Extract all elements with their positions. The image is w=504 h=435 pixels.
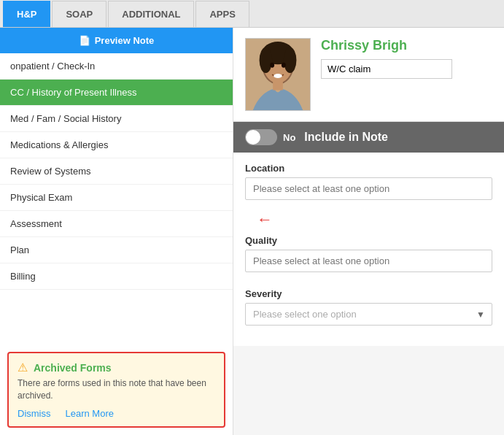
severity-field-group: Severity Please select one option ▼: [245, 288, 492, 326]
arrow-indicator: ←: [245, 210, 492, 235]
tab-additional[interactable]: ADDITIONAL: [108, 1, 194, 27]
tab-soap[interactable]: SOAP: [52, 1, 106, 27]
patient-photo: [245, 38, 311, 111]
sidebar-item-cc-history[interactable]: CC / History of Present Illness: [0, 80, 233, 106]
red-arrow-icon: ←: [257, 210, 273, 229]
claim-input[interactable]: [321, 59, 452, 79]
include-in-note-bar: No Include in Note: [233, 122, 504, 153]
svg-point-8: [274, 74, 282, 78]
tab-hp[interactable]: H&P: [3, 1, 50, 27]
severity-select-wrapper: Please select one option ▼: [245, 303, 492, 326]
document-icon: 📄: [79, 35, 90, 46]
sidebar: 📄 Preview Note onpatient / Check-In CC /…: [0, 28, 233, 435]
sidebar-item-medications[interactable]: Medications & Allergies: [0, 132, 233, 158]
dismiss-link[interactable]: Dismiss: [18, 408, 51, 419]
severity-select[interactable]: Please select one option: [245, 303, 492, 326]
svg-point-4: [260, 47, 273, 73]
location-label: Location: [245, 163, 492, 174]
quality-label: Quality: [245, 235, 492, 246]
include-toggle[interactable]: No: [245, 129, 295, 145]
svg-point-7: [282, 63, 286, 68]
archived-text: There are forms used in this note that h…: [18, 377, 215, 402]
archived-links: Dismiss Learn More: [18, 408, 215, 419]
right-panel: Chrissy Brigh No Include in Note Locatio…: [233, 28, 504, 435]
archived-alert-header: ⚠ Archived Forms: [18, 361, 215, 374]
tab-apps[interactable]: APPS: [195, 1, 249, 27]
sidebar-item-physical[interactable]: Physical Exam: [0, 185, 233, 211]
patient-name: Chrissy Brigh: [321, 38, 492, 53]
learn-more-link[interactable]: Learn More: [66, 408, 114, 419]
sidebar-item-review[interactable]: Review of Systems: [0, 158, 233, 185]
svg-rect-9: [273, 82, 283, 91]
severity-label: Severity: [245, 288, 492, 299]
location-input[interactable]: [245, 177, 492, 200]
include-in-note-label: Include in Note: [304, 131, 388, 144]
form-section: Location ← Quality Severity Please selec…: [233, 153, 504, 346]
preview-note-button[interactable]: 📄 Preview Note: [0, 28, 233, 53]
quality-input[interactable]: [245, 250, 492, 272]
patient-info: Chrissy Brigh: [321, 38, 492, 79]
svg-point-6: [270, 63, 274, 68]
sidebar-item-assessment[interactable]: Assessment: [0, 211, 233, 237]
archived-title: Archived Forms: [34, 362, 112, 374]
quality-field-group: Quality: [245, 235, 492, 272]
archived-forms-alert: ⚠ Archived Forms There are forms used in…: [7, 352, 225, 428]
top-tabs-bar: H&P SOAP ADDITIONAL APPS: [0, 0, 504, 28]
patient-header: Chrissy Brigh: [233, 28, 504, 122]
toggle-knob: [246, 130, 260, 145]
sidebar-item-onpatient[interactable]: onpatient / Check-In: [0, 53, 233, 80]
warning-icon: ⚠: [18, 361, 28, 374]
toggle-track[interactable]: [245, 129, 277, 145]
sidebar-item-plan[interactable]: Plan: [0, 237, 233, 263]
patient-avatar-svg: [246, 38, 310, 111]
svg-point-5: [284, 47, 297, 73]
toggle-no-label: No: [283, 132, 295, 143]
sidebar-item-billing[interactable]: Billing: [0, 263, 233, 290]
sidebar-item-med-history[interactable]: Med / Fam / Social History: [0, 106, 233, 132]
location-field-group: Location: [245, 163, 492, 200]
